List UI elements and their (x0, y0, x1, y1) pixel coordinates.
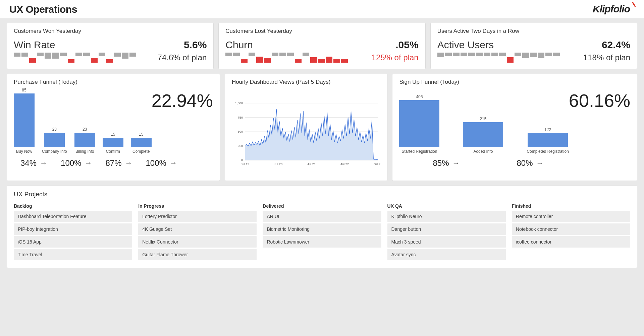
spark-bar (553, 53, 560, 56)
plan-text: 125% of plan (372, 53, 419, 62)
spark-bar (545, 53, 552, 56)
conversion-item: 85%→ (433, 158, 460, 168)
y-tick: 250 (237, 144, 243, 148)
bar-value: 23 (83, 127, 87, 132)
project-item[interactable]: Time Travel (14, 249, 132, 260)
project-item[interactable]: Klipfolio Neuro (387, 211, 506, 222)
header-bar: UX Operations Klipfolio⸌ (0, 0, 644, 18)
funnel-bars: 85 Buy Now 23 Company Info 23 Billing In… (14, 90, 152, 154)
project-item[interactable]: Biometric Monitoring (263, 223, 381, 235)
conversion-pct: 34% (20, 158, 37, 168)
kpi-main-row: Win Rate 5.6% (14, 39, 207, 51)
funnel-bar (103, 138, 123, 147)
funnel-bars: 406 Started Registration 215 Added Info … (399, 90, 569, 154)
conversion-item: 87%→ (105, 158, 132, 168)
y-tick: 0 (241, 158, 243, 162)
spark-bar (91, 58, 98, 63)
signup-funnel-card[interactable]: Sign Up Funnel (Today) 406 Started Regis… (392, 74, 637, 181)
spark-bar (60, 53, 67, 56)
card-title: Users Active Two Days in a Row (437, 28, 630, 35)
bar-label: Complete (132, 149, 150, 154)
project-item[interactable]: 4K Guage Set (138, 223, 257, 235)
sparkline (225, 53, 348, 63)
project-item[interactable]: Dashboard Teleportation Feature (14, 211, 132, 222)
spark-bar (507, 57, 514, 63)
project-item[interactable]: Avatar sync (387, 249, 506, 260)
bar-label: Completed Registration (527, 149, 569, 154)
overall-percent: 22.94% (152, 90, 213, 111)
bar-label: Billing Info (75, 149, 94, 154)
funnel-bar (131, 138, 152, 147)
brand-text: Klipfolio (593, 3, 630, 15)
spark-bar (233, 53, 240, 56)
arrow-right-icon: → (452, 159, 460, 167)
conversion-item: 100%→ (61, 158, 92, 168)
spark-bar (318, 59, 325, 63)
funnel-body: 406 Started Registration 215 Added Info … (399, 90, 630, 154)
spark-bar (256, 57, 263, 63)
purchase-funnel-card[interactable]: Purchase Funnel (Today) 85 Buy Now 23 Co… (7, 74, 220, 181)
funnel-bar (463, 122, 503, 147)
card-title: Hourly Dashboard Views (Past 5 Days) (232, 79, 381, 85)
spark-bar (437, 53, 444, 57)
kpi-sub-row: 74.6% of plan (14, 53, 207, 63)
spark-bar (241, 59, 248, 63)
spark-bar (445, 53, 452, 56)
spark-bar (52, 53, 59, 59)
spark-bar (333, 59, 340, 63)
spark-bar (122, 53, 128, 59)
card-title: Purchase Funnel (Today) (14, 79, 213, 85)
project-item[interactable]: iOS 16 App (14, 236, 132, 248)
project-item[interactable]: Notebook connector (512, 223, 630, 235)
spark-bar (249, 53, 255, 56)
sparkline (14, 53, 136, 63)
project-column: UX QAKlipfolio NeuroDanger buttonMach 3 … (387, 201, 506, 262)
ux-projects-card[interactable]: UX Projects BacklogDashboard Teleportati… (7, 186, 637, 268)
spark-bar (468, 53, 475, 56)
column-header: Backlog (14, 201, 132, 211)
arrow-right-icon: → (170, 159, 177, 167)
arrow-right-icon: → (85, 159, 92, 167)
plan-text: 74.6% of plan (158, 53, 207, 62)
spark-bar (287, 53, 294, 56)
funnel-bar-col: 122 Completed Registration (527, 127, 569, 154)
project-item[interactable]: Remote controller (512, 211, 630, 222)
kpi-card-0[interactable]: Customers Won Yesterday Win Rate 5.6% 74… (7, 23, 214, 69)
kpi-card-2[interactable]: Users Active Two Days in a Row Active Us… (430, 23, 637, 69)
column-header: In Progress (138, 201, 257, 211)
spark-bar (515, 53, 521, 56)
spark-bar (341, 59, 348, 63)
conversion-pct: 80% (517, 158, 533, 168)
arrow-right-icon: → (40, 159, 47, 167)
funnel-bar-col: 215 Added Info (463, 117, 503, 154)
conversion-row: 34%→100%→87%→100%→ (14, 158, 213, 168)
spark-bar (295, 59, 302, 63)
project-item[interactable]: Mach 3 speed (387, 236, 506, 248)
kpi-main-row: Churn .05% (225, 39, 418, 51)
project-column: DeliveredAR UIBiometric MonitoringRoboti… (263, 201, 381, 262)
bar-value: 15 (111, 132, 115, 137)
conversion-pct: 100% (61, 158, 81, 168)
kpi-row: Customers Won Yesterday Win Rate 5.6% 74… (7, 23, 637, 69)
project-item[interactable]: PIP-boy Integration (14, 223, 132, 235)
project-item[interactable]: AR UI (263, 211, 381, 222)
hourly-views-card[interactable]: Hourly Dashboard Views (Past 5 Days) 025… (225, 74, 388, 181)
project-item[interactable]: Netflix Connector (138, 236, 257, 248)
spark-bar (499, 53, 506, 56)
project-column: BacklogDashboard Teleportation FeaturePI… (14, 201, 132, 262)
project-item[interactable]: icoffee connector (512, 236, 630, 248)
spark-bar (491, 53, 498, 56)
hourly-line-chart: 02505007501,000Jul 19Jul 20Jul 21Jul 22J… (232, 90, 381, 177)
funnel-bar (44, 133, 65, 147)
bar-value: 215 (480, 117, 486, 121)
spark-bar (476, 53, 483, 56)
bar-label: Company Info (42, 149, 67, 154)
spark-bar (461, 53, 467, 56)
y-tick: 1,000 (235, 101, 243, 105)
brand-red-accent-icon: ⸌ (630, 1, 635, 15)
project-item[interactable]: Robotic Lawnmower (263, 236, 381, 248)
kpi-card-1[interactable]: Customers Lost Yesterday Churn .05% 125%… (218, 23, 425, 69)
project-item[interactable]: Lottery Predictor (138, 211, 257, 222)
project-item[interactable]: Danger button (387, 223, 506, 235)
project-item[interactable]: Guitar Flame Thrower (138, 249, 257, 260)
